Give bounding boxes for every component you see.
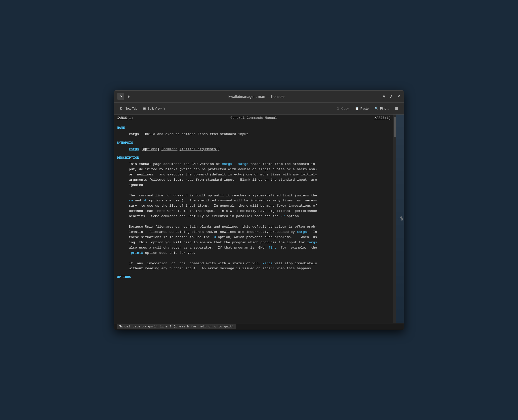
command-ref-3: command xyxy=(218,199,232,202)
xargs-link-4[interactable]: xargs xyxy=(307,241,317,244)
copy-icon: 🗋 xyxy=(336,107,340,110)
man-header-right: XARGS(1) xyxy=(374,116,391,121)
split-view-label: Split View xyxy=(147,107,162,110)
terminal-pane[interactable]: XARGS(1) General Commands Manual XARGS(1… xyxy=(114,115,393,323)
desc-para-2: The command line for command is built up… xyxy=(129,193,391,219)
scrollbar[interactable] xyxy=(393,115,396,323)
xargs-link-2[interactable]: xargs xyxy=(238,162,249,166)
man-body: NAME xargs - build and execute command l… xyxy=(114,122,393,283)
find-button[interactable]: 🔍 Find... xyxy=(372,105,392,112)
section-description-title: DESCRIPTION xyxy=(117,155,391,161)
section-name-title: NAME xyxy=(117,126,391,131)
find-label: Find... xyxy=(380,107,389,110)
hamburger-icon: ☰ xyxy=(395,107,398,110)
maximize-button[interactable]: ∧ xyxy=(390,94,393,99)
neg-l-ref: -L xyxy=(143,199,147,202)
man-header-left: XARGS(1) xyxy=(117,116,133,121)
new-tab-label: New Tab xyxy=(125,107,137,110)
command-ref-4: command xyxy=(129,209,143,213)
search-icon: 🔍 xyxy=(375,107,379,110)
content-area: XARGS(1) General Commands Manual XARGS(1… xyxy=(114,115,404,323)
desc-para-3: Because Unix filenames can contain blank… xyxy=(129,224,391,256)
echo-ref: echo xyxy=(234,173,242,176)
side-decoration: gift it xyxy=(396,115,404,323)
new-tab-icon: 🗋 xyxy=(120,107,123,110)
main-window: > ≫ kwalletmanager : man — Konsole ∨ ∧ ✕… xyxy=(114,90,404,330)
synopsis-args: [options] [command [initial-arguments]] xyxy=(141,147,220,151)
initial-args-ref-1: initial- arguments xyxy=(129,173,317,182)
xargs-link-1[interactable]: xargs xyxy=(222,162,232,166)
section-synopsis-content: xargs [options] [command [initial-argume… xyxy=(129,147,391,152)
copy-label: Copy xyxy=(341,107,349,110)
man-header-center: General Commands Manual xyxy=(231,116,277,121)
window-controls: ∨ ∧ ✕ xyxy=(382,94,401,99)
desc-para-1: This manual page documents the GNU versi… xyxy=(129,162,391,188)
man-header: XARGS(1) General Commands Manual XARGS(1… xyxy=(114,115,393,122)
desc-para-4: If any invocation of the command exits w… xyxy=(129,261,391,272)
status-bar: Manual page xargs(1) line 1 (press h for… xyxy=(114,323,404,330)
neg-n-ref: -n xyxy=(129,199,133,202)
neg-print0-ref: -print0 xyxy=(129,251,143,255)
status-text: Manual page xargs(1) line 1 (press h for… xyxy=(117,324,236,329)
find-ref: find xyxy=(268,246,276,250)
xargs-link-5[interactable]: xargs xyxy=(262,262,273,265)
split-view-icon: ⊞ xyxy=(143,107,146,110)
neg-zero-ref: -0 xyxy=(212,235,216,239)
scrollbar-thumb[interactable] xyxy=(394,117,396,137)
toolbar: 🗋 New Tab ⊞ Split View ∨ 🗋 Copy 📋 Paste … xyxy=(114,103,404,115)
minimize-button[interactable]: ∨ xyxy=(382,94,386,99)
window-title: kwalletmanager : man — Konsole xyxy=(131,94,382,99)
terminal-icon: > xyxy=(117,93,124,100)
split-view-chevron-icon: ∨ xyxy=(163,107,166,110)
command-ref-1: command xyxy=(194,173,208,176)
section-options-title: OPTIONS xyxy=(117,275,391,280)
copy-button[interactable]: 🗋 Copy xyxy=(334,105,351,112)
side-text-1: gift xyxy=(400,216,403,221)
section-name-content: xargs - build and execute command lines … xyxy=(129,132,391,137)
close-button[interactable]: ✕ xyxy=(397,94,401,99)
chevron-icon: ≫ xyxy=(126,94,131,99)
synopsis-xargs-link[interactable]: xargs xyxy=(129,147,139,151)
section-synopsis-title: SYNOPSIS xyxy=(117,140,391,146)
command-ref-2: command xyxy=(173,194,188,197)
titlebar-left: > ≫ xyxy=(117,93,131,100)
titlebar: > ≫ kwalletmanager : man — Konsole ∨ ∧ ✕ xyxy=(114,91,404,103)
new-tab-button[interactable]: 🗋 New Tab xyxy=(117,105,140,112)
side-text-2: it xyxy=(397,218,400,220)
paste-icon: 📋 xyxy=(355,107,359,110)
paste-label: Paste xyxy=(360,107,369,110)
neg-p-ref: -P xyxy=(281,214,285,218)
paste-button[interactable]: 📋 Paste xyxy=(352,105,371,112)
split-view-button[interactable]: ⊞ Split View ∨ xyxy=(141,105,168,112)
xargs-link-3[interactable]: xargs xyxy=(297,230,307,234)
menu-button[interactable]: ☰ xyxy=(393,105,401,112)
